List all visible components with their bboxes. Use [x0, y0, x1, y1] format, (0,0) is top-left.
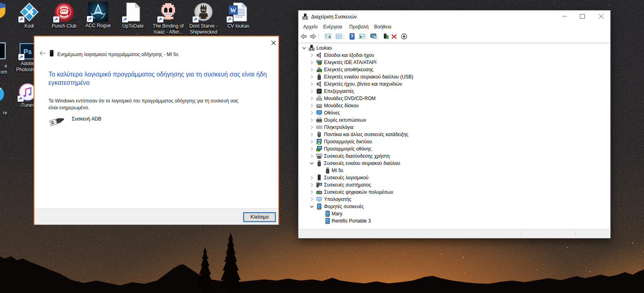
svg-text:Ps: Ps — [24, 48, 32, 56]
svg-text:W: W — [230, 7, 236, 14]
